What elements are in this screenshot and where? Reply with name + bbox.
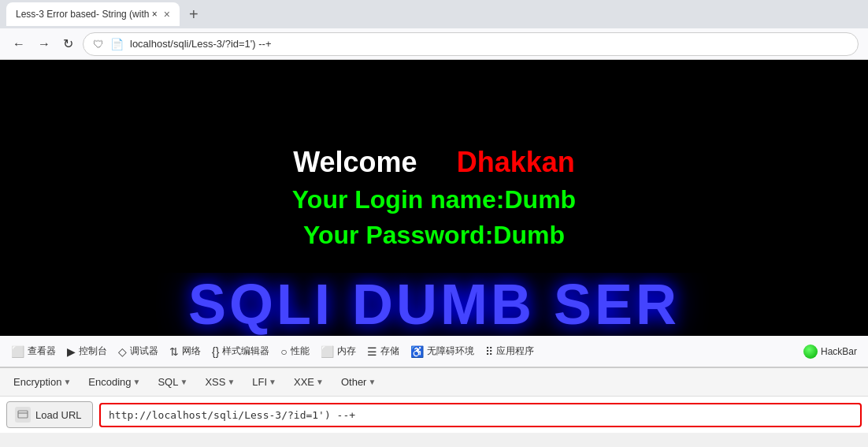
inspector-icon: ⬜	[11, 345, 24, 358]
devtools-network[interactable]: ⇅ 网络	[165, 341, 206, 361]
sqli-text: SQLI DUMB SER	[188, 273, 680, 336]
debugger-icon: ◇	[118, 345, 127, 358]
application-icon: ⠿	[485, 345, 493, 358]
shield-icon: 🛡	[93, 38, 104, 50]
address-bar[interactable]	[130, 38, 848, 50]
hackbar-menu: Encryption ▼ Encoding ▼ SQL ▼ XSS ▼ LFI …	[0, 368, 868, 397]
other-arrow: ▼	[368, 378, 376, 386]
svg-rect-0	[18, 411, 28, 418]
hackbar-label: HackBar	[821, 346, 857, 357]
new-tab-button[interactable]: +	[183, 6, 205, 24]
xss-arrow: ▼	[227, 378, 235, 386]
inspector-label: 查看器	[28, 345, 56, 358]
load-url-label: Load URL	[35, 409, 82, 421]
forward-button[interactable]: →	[35, 34, 54, 54]
lfi-menu[interactable]: LFI ▼	[245, 372, 284, 392]
hackbar-button[interactable]: HackBar	[799, 341, 862, 362]
devtools-performance[interactable]: ○ 性能	[276, 341, 313, 361]
webpage-text: Welcome Dhakkan Your Login name:Dumb You…	[292, 146, 576, 250]
debugger-label: 调试器	[130, 345, 158, 358]
hackbar-input-row: Load URL	[0, 397, 868, 433]
page-icon: 📄	[110, 38, 124, 50]
other-menu[interactable]: Other ▼	[334, 372, 383, 392]
devtools-debugger[interactable]: ◇ 调试器	[113, 341, 163, 361]
console-label: 控制台	[79, 345, 107, 358]
reload-button[interactable]: ↻	[60, 33, 76, 54]
encryption-label: Encryption	[13, 376, 61, 388]
encoding-menu[interactable]: Encoding ▼	[81, 372, 147, 392]
encoding-label: Encoding	[88, 376, 131, 388]
network-icon: ⇅	[169, 345, 179, 358]
devtools-inspector[interactable]: ⬜ 查看器	[6, 341, 61, 361]
other-label: Other	[341, 376, 367, 388]
style-editor-label: 样式编辑器	[222, 345, 269, 358]
devtools-application[interactable]: ⠿ 应用程序	[480, 341, 539, 361]
devtools-style-editor[interactable]: {} 样式编辑器	[207, 341, 274, 361]
xss-menu[interactable]: XSS ▼	[198, 372, 242, 392]
xxe-arrow: ▼	[316, 378, 324, 386]
devtools-toolbar: ⬜ 查看器 ▶ 控制台 ◇ 调试器 ⇅ 网络 {} 样式编辑器 ○ 性能 ⬜ 内…	[0, 336, 868, 367]
devtools-storage[interactable]: ☰ 存储	[362, 341, 404, 361]
browser-tab[interactable]: Less-3 Error based- String (with × ×	[6, 2, 180, 26]
login-label: Your Login name:Dumb	[292, 185, 576, 214]
console-icon: ▶	[67, 345, 76, 358]
lfi-label: LFI	[252, 376, 267, 388]
xxe-menu[interactable]: XXE ▼	[287, 372, 331, 392]
sql-label: SQL	[158, 376, 178, 388]
url-input[interactable]	[99, 403, 862, 427]
sql-menu[interactable]: SQL ▼	[150, 372, 195, 392]
welcome-label: Welcome	[293, 146, 417, 178]
encoding-arrow: ▼	[133, 378, 141, 386]
encryption-arrow: ▼	[63, 378, 71, 386]
devtools-memory[interactable]: ⬜ 内存	[316, 341, 361, 361]
storage-icon: ☰	[367, 345, 377, 358]
tab-close-button[interactable]: ×	[164, 8, 170, 20]
webpage-content: Welcome Dhakkan Your Login name:Dumb You…	[0, 60, 868, 336]
performance-icon: ○	[280, 345, 287, 358]
memory-icon: ⬜	[321, 345, 334, 358]
sql-arrow: ▼	[180, 378, 187, 386]
application-label: 应用程序	[496, 345, 534, 358]
style-editor-icon: {}	[212, 345, 219, 358]
hackbar-section: Encryption ▼ Encoding ▼ SQL ▼ XSS ▼ LFI …	[0, 367, 868, 433]
load-url-button[interactable]: Load URL	[6, 401, 93, 428]
xxe-label: XXE	[294, 376, 314, 388]
storage-label: 存储	[380, 345, 399, 358]
sqli-banner: SQLI DUMB SER	[0, 273, 868, 336]
lfi-arrow: ▼	[269, 378, 276, 386]
encryption-menu[interactable]: Encryption ▼	[6, 372, 78, 392]
back-button[interactable]: ←	[9, 34, 28, 54]
password-label: Your Password:Dumb	[292, 221, 576, 250]
accessibility-label: 无障碍环境	[427, 345, 474, 358]
load-url-icon	[15, 407, 31, 423]
xss-label: XSS	[205, 376, 225, 388]
accessibility-icon: ♿	[410, 345, 424, 358]
devtools-accessibility[interactable]: ♿ 无障碍环境	[406, 341, 479, 361]
devtools-console[interactable]: ▶ 控制台	[62, 341, 112, 361]
performance-label: 性能	[291, 345, 310, 358]
hackbar-icon	[803, 345, 818, 359]
network-label: 网络	[182, 345, 201, 358]
load-icon-svg	[17, 409, 28, 420]
memory-label: 内存	[337, 345, 356, 358]
tab-title: Less-3 Error based- String (with ×	[16, 9, 158, 20]
dhakkan-label: Dhakkan	[457, 146, 575, 178]
